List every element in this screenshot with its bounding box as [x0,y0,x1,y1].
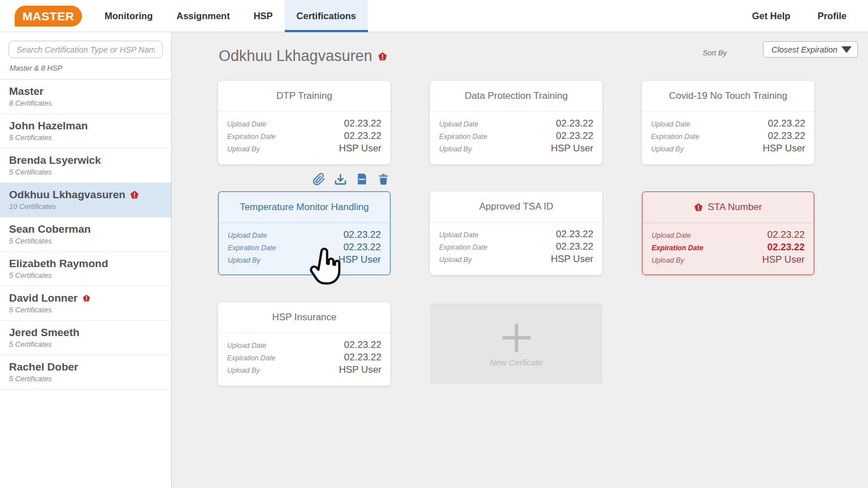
upload-date-value: 02.23.22 [556,118,593,129]
sidebar-item-odkhuu-lkhagvasuren[interactable]: Odkhuu Lkhagvasuren 10 Certificates [0,183,171,217]
upload-by-label: Upload By [439,145,472,153]
card-title: Data Protection Training [430,81,602,112]
card-hsp-insurance[interactable]: HSP Insurance Upload Date02.23.22 Expira… [218,302,390,386]
sidebar-item-jered-smeeth[interactable]: Jered Smeeth 5 Certificates [0,321,171,355]
master-logo[interactable]: MASTER [15,6,82,27]
alert-pentagon-icon [130,190,139,199]
sort-dropdown[interactable]: Closest Expiration [763,41,858,58]
card-data-protection-training[interactable]: Data Protection Training Upload Date02.2… [430,81,602,164]
expiration-date-value: 02.23.22 [556,241,593,252]
certification-cards-grid: DTP Training Upload Date02.23.22 Expirat… [218,81,814,386]
search-wrap [0,32,171,62]
expiration-date-label: Expiration Date [651,133,699,141]
sidebar-item-master[interactable]: Master 8 Certificates [0,80,171,114]
upload-by-value: HSP User [763,143,805,154]
sidebar-item-count: 5 Certificates [9,340,162,348]
upload-by-value: HSP User [338,254,381,265]
card-title: STA Number [643,192,814,223]
card-temperature-monitor-handling[interactable]: Temperature Monitor Handling Upload Date… [218,191,390,275]
expiration-date-value: 02.23.22 [344,352,381,363]
expiration-date-label: Expiration Date [228,244,276,252]
sidebar-item-count: 5 Certificates [9,133,162,142]
upload-date-label: Upload Date [439,231,479,239]
upload-date-label: Upload Date [439,120,479,128]
upload-by-label: Upload By [227,367,260,374]
expiration-date-value: 02.23.22 [767,242,805,253]
upload-by-label: Upload By [228,256,261,264]
upload-date-value: 02.23.22 [556,229,593,240]
chevron-down-icon [841,46,852,53]
upload-date-label: Upload Date [651,120,691,128]
upload-date-value: 02.23.22 [344,229,381,241]
expiration-date-value: 02.23.22 [344,130,381,142]
upload-date-label: Upload Date [227,120,267,128]
sidebar-item-count: 5 Certificates [9,271,162,280]
nav-item-hsp[interactable]: HSP [242,0,285,32]
sidebar-item-elizabeth-raymond[interactable]: Elizabeth Raymond 5 Certificates [0,252,171,286]
sidebar-item-sean-coberman[interactable]: Sean Coberman 5 Certificates [0,217,171,252]
upload-by-value: HSP User [339,364,381,376]
sidebar-item-john-hazelman[interactable]: John Hazelman 5 Certificates [0,114,171,149]
upload-date-value: 02.23.22 [767,229,805,241]
alert-pentagon-icon [377,51,387,61]
upload-date-value: 02.23.22 [768,118,805,129]
upload-by-value: HSP User [551,254,593,265]
card-sta-number[interactable]: STA Number Upload Date02.23.22 Expiratio… [642,191,814,275]
plus-icon [499,320,534,355]
sidebar-item-count: 8 Certificates [9,99,162,107]
expiration-date-label: Expiration Date [652,244,704,252]
sidebar-item-name: Sean Coberman [9,223,91,236]
nav-item-certifications[interactable]: Certifications [285,0,368,32]
sidebar-item-rachel-dober[interactable]: Rachel Dober 5 Certificates [0,355,171,390]
expiration-date-value: 02.23.22 [556,130,593,142]
sidebar-item-count: 5 Certificates [9,374,162,383]
alert-pentagon-icon [694,203,703,212]
sidebar-item-name: David Lonner [9,292,77,304]
nav-item-assignment[interactable]: Assignment [164,0,241,32]
new-certificate-label: New Cerficate [489,358,542,367]
expiration-date-label: Expiration Date [439,133,487,141]
expiration-date-label: Expiration Date [439,243,487,251]
new-certificate-button[interactable]: New Cerficate [430,303,602,384]
expiration-date-value: 02.23.22 [344,242,381,253]
sidebar-item-count: 5 Certificates [9,306,162,314]
sidebar-item-name: Odkhuu Lkhagvasuren [9,189,125,201]
sort-dropdown-value: Closest Expiration [771,45,837,54]
card-title: DTP Training [218,81,390,112]
get-help-link[interactable]: Get Help [752,11,791,21]
upload-by-value: HSP User [762,254,805,265]
app-root: MASTER Monitoring Assignment HSP Certifi… [0,0,868,488]
card-covid19-no-touch-training[interactable]: Covid-19 No Touch Training Upload Date02… [642,81,814,164]
card-title: Approved TSA ID [430,191,602,223]
sidebar-item-david-lonner[interactable]: David Lonner 5 Certificates [0,286,171,321]
nav-item-monitoring[interactable]: Monitoring [93,0,164,32]
upload-date-value: 02.23.22 [344,118,381,129]
card-title: HSP Insurance [218,302,390,333]
sidebar-item-name: Master [9,85,44,98]
sidebar-item-name: Rachel Dober [9,361,78,373]
upload-date-label: Upload Date [227,342,267,350]
card-dtp-training[interactable]: DTP Training Upload Date02.23.22 Expirat… [218,81,390,164]
expiration-date-label: Expiration Date [227,133,275,141]
profile-link[interactable]: Profile [818,11,847,21]
hsp-sidebar: Master & 8 HSP Master 8 Certificates Joh… [0,32,172,488]
expiration-date-label: Expiration Date [227,354,275,362]
card-approved-tsa-id[interactable]: Approved TSA ID Upload Date02.23.22 Expi… [430,191,602,275]
certifications-main: Odkhuu Lkhagvasuren Sort By Closest Expi… [172,32,868,488]
secondary-nav: Get Help Profile [752,0,847,32]
sidebar-item-name: Elizabeth Raymond [9,258,108,270]
top-nav-bar: MASTER Monitoring Assignment HSP Certifi… [0,0,868,32]
page-title: Odkhuu Lkhagvasuren [219,47,387,65]
search-input[interactable] [8,41,163,58]
card-title: Temperature Monitor Handling [219,192,390,223]
upload-by-label: Upload By [439,256,472,264]
upload-by-label: Upload By [652,256,684,264]
upload-date-label: Upload Date [228,232,267,239]
upload-by-value: HSP User [339,143,381,154]
sidebar-item-brenda-lsyerwick[interactable]: Brenda Lsyerwick 5 Certificates [0,149,171,183]
sidebar-caption: Master & 8 HSP [0,62,171,80]
sidebar-item-count: 10 Certificates [9,202,162,211]
sidebar-item-count: 5 Certificates [9,168,162,176]
card-title: Covid-19 No Touch Training [642,81,814,112]
sidebar-item-name: Jered Smeeth [9,326,80,339]
